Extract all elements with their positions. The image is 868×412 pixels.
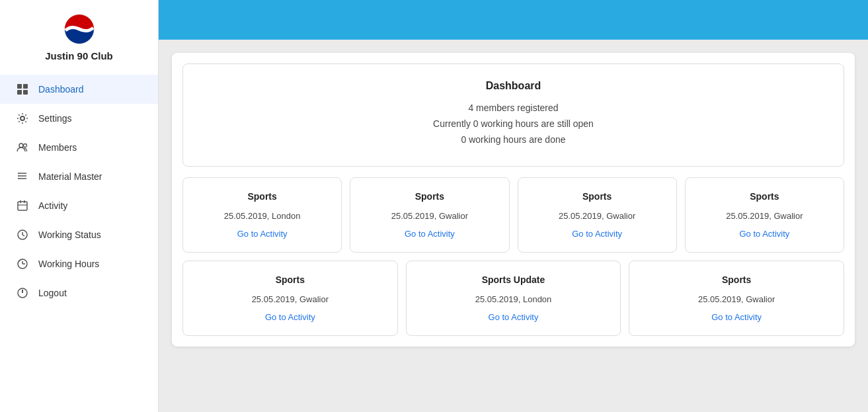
dashboard-icon (16, 83, 29, 96)
activity-card-r2-1: Sports 25.05.2019, Gwalior Go to Activit… (182, 261, 398, 336)
svg-rect-14 (18, 202, 27, 210)
activity-card-r1-3-link[interactable]: Go to Activity (529, 229, 666, 239)
activity-card-r2-3: Sports 25.05.2019, Gwalior Go to Activit… (629, 261, 844, 336)
activity-card-r2-1-link[interactable]: Go to Activity (194, 312, 387, 322)
activity-card-r2-2-date: 25.05.2019, London (417, 294, 610, 304)
activity-card-r1-1-title: Sports (194, 191, 331, 202)
activity-label: Activity (38, 200, 67, 211)
activity-card-r1-2-date: 25.05.2019, Gwalior (361, 211, 498, 221)
activity-card-r1-4-link[interactable]: Go to Activity (696, 229, 833, 239)
dashboard-card-title: Dashboard (199, 80, 828, 92)
svg-rect-3 (17, 90, 22, 95)
activity-card-r1-4-title: Sports (696, 191, 833, 202)
activity-card-r1-3-date: 25.05.2019, Gwalior (529, 211, 666, 221)
settings-icon (16, 112, 29, 125)
activity-card-r2-3-date: 25.05.2019, Gwalior (640, 294, 833, 304)
working-status-label: Working Status (38, 229, 101, 240)
activity-card-r1-3-title: Sports (529, 191, 666, 202)
logout-icon (16, 286, 29, 300)
logout-label: Logout (38, 288, 67, 298)
sidebar-item-activity[interactable]: Activity (0, 191, 158, 220)
sidebar-nav: Dashboard Settings Members (0, 75, 158, 308)
activity-card-r2-3-title: Sports (640, 274, 833, 285)
sidebar-item-material-master[interactable]: Material Master (0, 162, 158, 191)
activity-card-r1-4-date: 25.05.2019, Gwalior (696, 211, 833, 221)
activity-card-r1-1: Sports 25.05.2019, London Go to Activity (182, 177, 342, 253)
activity-card-r2-2: Sports Update 25.05.2019, London Go to A… (406, 261, 621, 336)
content-area: Dashboard 4 members registered Currently… (159, 40, 868, 412)
activity-card-r1-1-link[interactable]: Go to Activity (194, 229, 331, 239)
sidebar-item-members[interactable]: Members (0, 133, 158, 162)
dashboard-label: Dashboard (38, 84, 84, 95)
material-master-icon (16, 170, 29, 183)
activity-grid-row2: Sports 25.05.2019, Gwalior Go to Activit… (182, 261, 844, 336)
material-master-label: Material Master (38, 171, 102, 182)
settings-label: Settings (38, 113, 72, 124)
dashboard-stat-members: 4 members registered (199, 103, 828, 113)
brand-logo (63, 13, 95, 45)
working-status-icon (16, 228, 29, 241)
sidebar-item-logout[interactable]: Logout (0, 278, 158, 308)
activity-card-r2-2-title: Sports Update (417, 274, 610, 285)
dashboard-stat-open: Currently 0 working hours are still open (199, 118, 828, 129)
main-content: Dashboard 4 members registered Currently… (159, 0, 868, 412)
svg-point-13 (18, 178, 19, 179)
activity-grid-row1: Sports 25.05.2019, London Go to Activity… (182, 177, 844, 253)
activity-card-r1-3: Sports 25.05.2019, Gwalior Go to Activit… (518, 177, 677, 253)
sidebar: Justin 90 Club Dashboard Sett (0, 0, 159, 412)
sidebar-item-working-hours[interactable]: Working Hours (0, 249, 158, 278)
svg-point-12 (18, 175, 19, 177)
svg-rect-4 (23, 90, 28, 95)
dashboard-summary-card: Dashboard 4 members registered Currently… (182, 63, 844, 167)
activity-card-r1-2-title: Sports (361, 191, 498, 202)
dashboard-stat-done: 0 working hours are done (199, 134, 828, 145)
sidebar-item-working-status[interactable]: Working Status (0, 220, 158, 249)
members-label: Members (38, 142, 77, 153)
activity-card-r1-2-link[interactable]: Go to Activity (361, 229, 498, 239)
activity-card-r1-4: Sports 25.05.2019, Gwalior Go to Activit… (685, 177, 844, 253)
svg-line-20 (22, 235, 24, 236)
working-hours-label: Working Hours (38, 259, 99, 269)
sidebar-item-settings[interactable]: Settings (0, 104, 158, 133)
activity-card-r2-1-date: 25.05.2019, Gwalior (194, 294, 387, 304)
activity-card-r1-1-date: 25.05.2019, London (194, 211, 331, 221)
working-hours-icon (16, 257, 29, 270)
top-bar (159, 0, 868, 40)
sidebar-item-dashboard[interactable]: Dashboard (0, 75, 158, 104)
svg-point-7 (24, 144, 27, 147)
sidebar-brand-name: Justin 90 Club (45, 50, 113, 62)
activity-icon (16, 199, 29, 212)
svg-point-5 (20, 116, 24, 120)
svg-point-6 (19, 144, 23, 147)
activity-card-r1-2: Sports 25.05.2019, Gwalior Go to Activit… (350, 177, 509, 253)
activity-card-r2-3-link[interactable]: Go to Activity (640, 312, 833, 322)
members-icon (16, 141, 29, 154)
svg-rect-1 (17, 84, 22, 89)
svg-rect-2 (23, 84, 28, 89)
activity-card-r2-2-link[interactable]: Go to Activity (417, 312, 610, 322)
activity-card-r2-1-title: Sports (194, 274, 387, 285)
svg-point-11 (18, 173, 19, 174)
cards-wrapper: Dashboard 4 members registered Currently… (172, 53, 855, 347)
